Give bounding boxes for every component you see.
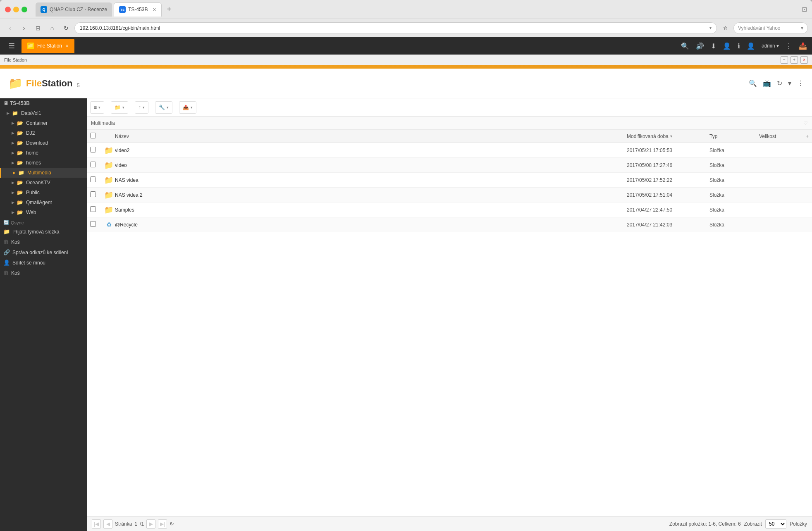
- tab-qnap[interactable]: Q QNAP Club CZ - Recenze: [36, 2, 112, 17]
- nav-forward-button[interactable]: ›: [18, 22, 30, 34]
- search-toolbar-icon[interactable]: 🔍: [681, 42, 689, 50]
- window-close-button[interactable]: ×: [800, 56, 808, 64]
- window-controls: − + ×: [781, 56, 808, 64]
- row-type: Složka: [709, 207, 759, 213]
- sidebar-item-download[interactable]: ▶ 📂 Download: [0, 138, 87, 148]
- row-checkbox[interactable]: [90, 221, 96, 227]
- size-add-icon[interactable]: +: [806, 133, 809, 139]
- sidebar-item-oceankv[interactable]: ▶ 📂 OceanKTV: [0, 178, 87, 188]
- tools-group: 🔧 ▾: [155, 101, 172, 114]
- items-per-page-select[interactable]: 50 25 100: [765, 519, 786, 529]
- tab-ts453b[interactable]: TS TS-453B ×: [114, 2, 162, 17]
- nav-home-button[interactable]: ⊟: [32, 22, 44, 34]
- url-bar[interactable]: 192.168.0.13:8181/cgi-bin/main.html ▾: [74, 22, 717, 34]
- sidebar-item-home[interactable]: ▶ 📂 home: [0, 148, 87, 158]
- browser-search-bar[interactable]: Vyhledávání Yahoo ▾: [733, 22, 808, 34]
- homes-arrow-icon: ▶: [12, 161, 14, 165]
- fs-refresh-icon[interactable]: ↻: [777, 79, 782, 87]
- file-toolbar: ≡ ▾ 📁 ▾ ↑ ▾: [87, 98, 812, 117]
- nav-history-button[interactable]: ⌂: [46, 22, 58, 34]
- size-column-header[interactable]: Velikost +: [759, 133, 809, 139]
- sidebar-trash[interactable]: 🗑 Koš: [0, 268, 87, 278]
- select-all-checkbox[interactable]: [90, 133, 96, 138]
- row-checkbox[interactable]: [90, 191, 96, 197]
- first-page-button[interactable]: |◀: [92, 519, 101, 529]
- tools-button[interactable]: 🔧 ▾: [155, 102, 172, 113]
- table-row[interactable]: 📁 video2 2017/05/21 17:05:53 Složka: [87, 143, 812, 158]
- status-bar: |◀ ◀ Stránka 1 /1 ▶ ▶| ↻ Zobrazit položk…: [87, 516, 812, 531]
- browser-titlebar: Q QNAP Club CZ - Recenze TS TS-453B × + …: [0, 0, 812, 19]
- sidebar-share-mgmt[interactable]: 🔗 Správa odkazů ke sdílení: [0, 247, 87, 257]
- status-refresh-icon[interactable]: ↻: [170, 521, 174, 527]
- sidebar-qsync-trash[interactable]: 🗑 Koš: [0, 237, 87, 247]
- fs-view-icon[interactable]: ▾: [788, 79, 791, 87]
- notifications-toolbar-icon[interactable]: 📥: [799, 42, 807, 50]
- table-row[interactable]: 📁 Samples 2017/04/27 22:47:50 Složka: [87, 202, 812, 217]
- table-row[interactable]: 📁 NAS videa 2017/05/02 17:52:22 Složka: [87, 173, 812, 188]
- select-all-checkbox-container: [90, 133, 103, 140]
- row-checkbox[interactable]: [90, 176, 96, 182]
- maximize-traffic-light[interactable]: [21, 7, 27, 12]
- bookmark-icon[interactable]: ☆: [719, 22, 731, 34]
- app-tab-close-button[interactable]: ×: [65, 43, 69, 49]
- nav-back-button[interactable]: ‹: [4, 22, 16, 34]
- file-station-app-tab[interactable]: 📁 File Station ×: [21, 39, 74, 53]
- user-toolbar-icon[interactable]: 👤: [747, 42, 755, 50]
- sidebar-item-container[interactable]: ▶ 📂 Container: [0, 118, 87, 128]
- row-checkbox[interactable]: [90, 162, 96, 167]
- sidebar-team-folder[interactable]: 📁 Přijatá týmová složka: [0, 226, 87, 237]
- row-checkbox[interactable]: [90, 206, 96, 212]
- sidebar-item-homes[interactable]: ▶ 📂 homes: [0, 158, 87, 168]
- new-tab-button[interactable]: +: [163, 4, 175, 15]
- app-title-label: File Station: [4, 57, 27, 62]
- download-toolbar-icon[interactable]: ⬇: [711, 42, 716, 50]
- window-maximize-button[interactable]: +: [791, 56, 798, 64]
- prev-page-button[interactable]: ◀: [103, 519, 112, 529]
- upload-button[interactable]: ↑ ▾: [135, 102, 148, 113]
- row-checkbox[interactable]: [90, 147, 96, 152]
- row-type: Složka: [709, 177, 759, 183]
- name-column-header[interactable]: Název: [115, 133, 627, 139]
- admin-user-label[interactable]: admin ▾: [762, 43, 779, 49]
- main-file-area: ≡ ▾ 📁 ▾ ↑ ▾: [87, 98, 812, 531]
- sidebar-item-public[interactable]: ▶ 📂 Public: [0, 188, 87, 198]
- favorite-icon[interactable]: ♡: [803, 120, 808, 126]
- last-page-button[interactable]: ▶|: [158, 519, 167, 529]
- window-minimize-button[interactable]: −: [781, 56, 788, 64]
- sidebar-item-dj2[interactable]: ▶ 📂 DJ2: [0, 128, 87, 138]
- fs-more-icon[interactable]: ⋮: [797, 79, 804, 87]
- date-column-header[interactable]: Modifikovaná doba ▾: [627, 133, 709, 139]
- sidebar-server-item[interactable]: 🖥 TS-453B: [0, 98, 87, 108]
- sidebar-item-qmailagent[interactable]: ▶ 📂 QmailAgent: [0, 198, 87, 207]
- nav-reload-button[interactable]: ↻: [60, 22, 72, 34]
- browser-close-icon[interactable]: ⊡: [802, 5, 807, 13]
- close-traffic-light[interactable]: [5, 7, 11, 12]
- info-toolbar-icon[interactable]: ℹ: [738, 42, 740, 50]
- oceankv-label: OceanKTV: [26, 180, 50, 186]
- new-folder-button[interactable]: 📁 ▾: [111, 102, 128, 113]
- fs-monitor-icon[interactable]: 📺: [763, 79, 771, 87]
- list-view-icon: ≡: [94, 105, 97, 110]
- table-row[interactable]: 📁 video 2017/05/08 17:27:46 Složka: [87, 158, 812, 173]
- qsync-icon: 🔄: [3, 220, 9, 225]
- account-toolbar-icon[interactable]: 👤: [723, 42, 731, 50]
- share-button[interactable]: 📤 ▾: [179, 102, 196, 113]
- sidebar-item-datavol1[interactable]: ▶ 📁 DataVol1: [0, 108, 87, 118]
- sidebar-item-web[interactable]: ▶ 📂 Web: [0, 207, 87, 217]
- fs-logo-file-text: File: [26, 78, 42, 88]
- fs-search-icon[interactable]: 🔍: [749, 79, 757, 87]
- row-checkbox-container: [90, 147, 103, 154]
- row-date: 2017/05/08 17:27:46: [627, 162, 709, 168]
- more-toolbar-icon[interactable]: ⋮: [786, 42, 792, 50]
- volume-toolbar-icon[interactable]: 🔊: [696, 42, 704, 50]
- list-view-button[interactable]: ≡ ▾: [91, 102, 104, 113]
- sidebar-item-multimedia[interactable]: ▶ 📁 Multimedia: [0, 168, 87, 178]
- minimize-traffic-light[interactable]: [13, 7, 19, 12]
- breadcrumb-path: Multimedia: [91, 120, 115, 126]
- sidebar-share-me[interactable]: 👤 Sdílet se mnou: [0, 257, 87, 268]
- hamburger-menu-icon[interactable]: ☰: [5, 40, 18, 52]
- next-page-button[interactable]: ▶: [146, 519, 155, 529]
- table-row[interactable]: 📁 NAS videa 2 2017/05/02 17:51:04 Složka: [87, 188, 812, 202]
- table-row[interactable]: ♻ @Recycle 2017/04/27 21:42:03 Složka: [87, 217, 812, 232]
- tab-close-button[interactable]: ×: [153, 7, 156, 12]
